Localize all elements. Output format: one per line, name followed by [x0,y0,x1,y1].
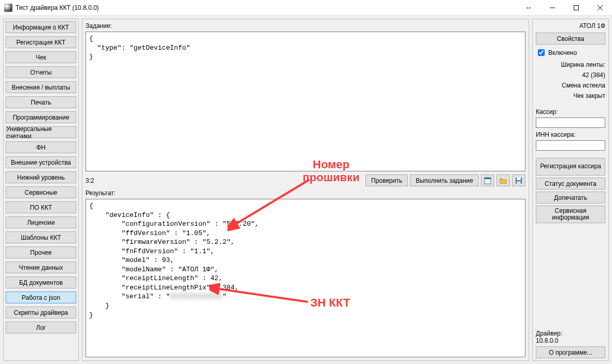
about-button[interactable]: О программе... [536,346,605,358]
cashier-inn-label: ИНН кассира: [536,130,605,138]
save-file-button[interactable] [512,174,525,186]
maximize-button[interactable] [564,0,588,16]
sidebar-item-8[interactable]: ФН [6,141,76,153]
enabled-checkbox[interactable]: Включено [536,47,605,59]
svg-rect-8 [517,181,521,184]
cashier-label: Кассир: [536,107,605,115]
right-panel: АТОЛ 1Ф Свойства Включено Ширина ленты: … [532,19,609,361]
cashier-inn-input[interactable] [536,140,605,151]
maximize-icon [574,5,579,10]
sidebar-item-10[interactable]: Нижний уровень [6,171,76,183]
sidebar: Информация о ККТРегистрация ККТЧекОтчеты… [3,19,79,361]
service-info-button[interactable]: Сервисная информация [536,206,605,223]
sidebar-item-5[interactable]: Печать [6,96,76,108]
sidebar-item-3[interactable]: Отчеты [6,66,76,78]
sidebar-item-13[interactable]: Лицензии [6,216,76,228]
close-icon [597,5,603,10]
sidebar-item-0[interactable]: Информация о ККТ [6,21,76,33]
reprint-button[interactable]: Допечатать [536,192,605,203]
svg-rect-7 [517,178,521,180]
svg-rect-5 [485,178,491,179]
folder-icon [500,177,507,184]
sidebar-item-4[interactable]: Внесения / выплаты [6,81,76,93]
check-button[interactable]: Проверить [365,174,408,186]
cashier-input[interactable] [536,118,605,128]
sidebar-item-16[interactable]: Чтение данных [6,261,76,273]
sidebar-item-6[interactable]: Программирование [6,111,76,123]
run-task-button[interactable]: Выполнить задание [410,174,479,186]
sidebar-item-7[interactable]: Универсальные счетчики [6,126,76,138]
receipt-status: Чек закрыт [536,92,605,100]
tape-width-label: Ширина ленты: [536,61,605,69]
sidebar-item-14[interactable]: Шаблоны ККТ [6,231,76,243]
enabled-checkbox-input[interactable] [538,49,545,56]
register-cashier-button[interactable]: Регистрация кассира [536,158,605,176]
sidebar-item-18[interactable]: Работа с json [6,292,76,303]
task-toolbar: 3:2 Проверить Выполнить задание [86,174,525,186]
main-panel: Задание: { "type": "getDeviceInfo" } 3:2… [82,19,529,361]
svg-rect-1 [574,5,579,10]
enabled-label: Включено [548,49,577,56]
sidebar-item-15[interactable]: Прочее [6,246,76,258]
new-file-button[interactable] [481,174,494,186]
driver-version: 10.8.0.0 [536,337,605,344]
save-icon [515,177,522,184]
close-button[interactable] [588,0,612,16]
shift-status: Смена истекла [536,81,605,90]
sidebar-item-19[interactable]: Скрипты драйвера [6,307,76,318]
sidebar-item-20[interactable]: Лог [6,322,76,333]
open-file-button[interactable] [496,174,510,186]
new-file-icon [484,177,491,184]
tape-width-value: 42 (384) [536,71,605,79]
minimize-button[interactable] [540,0,564,16]
sidebar-item-11[interactable]: Сервисные [6,186,76,198]
resize-indicator: ↔ [517,4,540,11]
result-output[interactable]: { "deviceInfo" : { "configurationVersion… [86,199,525,357]
titlebar: Тест драйвера ККТ (10.8.0.0) ↔ [0,0,612,16]
doc-status-button[interactable]: Статус документа [536,178,605,190]
sidebar-item-17[interactable]: БД документов [6,276,76,288]
task-label: Задание: [86,22,525,30]
cursor-position: 3:2 [86,177,94,184]
sidebar-item-2[interactable]: Чек [6,51,76,63]
sidebar-item-9[interactable]: Внешние устройства [6,156,76,168]
sidebar-item-1[interactable]: Регистрация ККТ [6,36,76,48]
app-icon [4,4,12,12]
device-name: АТОЛ 1Ф [536,21,605,31]
driver-label: Драйвер: [536,330,605,337]
sidebar-item-12[interactable]: ПО ККТ [6,201,76,213]
window-title: Тест драйвера ККТ (10.8.0.0) [16,4,99,11]
minimize-icon [550,5,555,10]
result-label: Результат: [86,190,525,197]
properties-button[interactable]: Свойства [536,33,605,45]
task-input[interactable]: { "type": "getDeviceInfo" } [86,32,525,171]
